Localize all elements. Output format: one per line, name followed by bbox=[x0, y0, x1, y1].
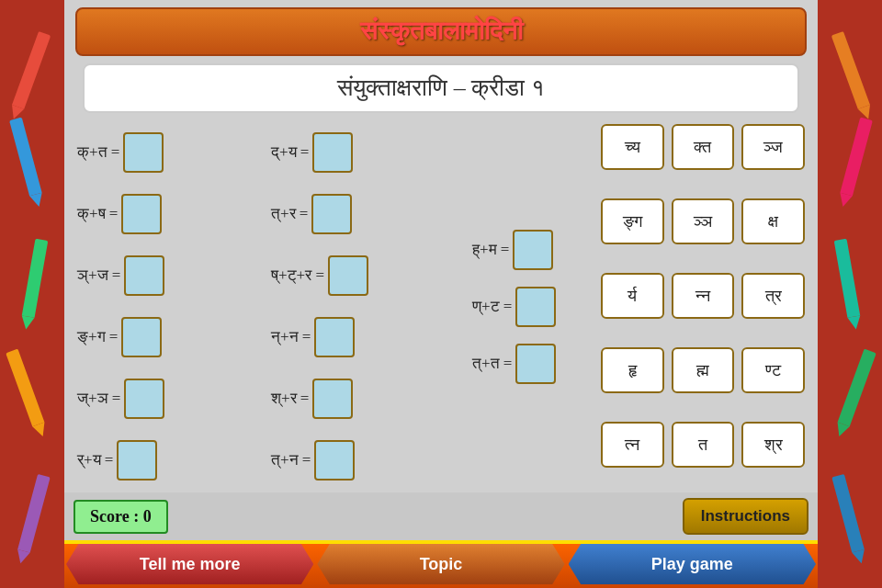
eq-label: ह्+म = bbox=[472, 241, 509, 259]
subtitle-box: संयुक्ताक्षराणि – क्रीडा १ bbox=[83, 63, 799, 113]
eq-label: ष्+ट्+र = bbox=[271, 266, 324, 285]
answer-box[interactable] bbox=[123, 132, 164, 173]
equation-item: ज्+ञ = bbox=[77, 369, 262, 427]
play-game-button[interactable]: Play game bbox=[569, 544, 816, 584]
equation-item: ङ्+ग = bbox=[77, 308, 262, 366]
answer-box[interactable] bbox=[513, 230, 553, 270]
eq-label: ण्+ट = bbox=[472, 298, 512, 316]
equation-item: ह्+म = bbox=[472, 230, 584, 270]
choice-button[interactable]: त्न bbox=[601, 422, 664, 468]
equation-item: र्+य = bbox=[77, 431, 262, 489]
choice-button[interactable]: ह्म bbox=[672, 347, 735, 393]
eq-label: क्+त = bbox=[77, 143, 119, 162]
choice-button[interactable]: हृ bbox=[601, 347, 664, 393]
choice-button[interactable]: र्य bbox=[601, 273, 664, 319]
eq-label: न्+न = bbox=[271, 328, 311, 346]
choice-button[interactable]: न्न bbox=[672, 273, 735, 319]
eq-label: त्+न = bbox=[271, 451, 311, 469]
choice-button[interactable]: ञ्ज bbox=[741, 124, 805, 170]
eq-label: ज्+ञ = bbox=[77, 390, 120, 408]
middle-equation-panel: ह्+म = ण्+ट = त्+त = bbox=[469, 120, 588, 492]
choice-panel: च्य क्त ञ्ज ङ्ग ञ्ञ क्ष र्य न्न त्र हृ ह… bbox=[597, 120, 808, 492]
answer-box[interactable] bbox=[312, 132, 353, 173]
answer-box[interactable] bbox=[314, 440, 355, 481]
answer-box[interactable] bbox=[121, 317, 162, 357]
choice-button[interactable]: क्ष bbox=[741, 198, 805, 244]
answer-box[interactable] bbox=[311, 194, 352, 234]
top-banner: संस्कृतबालामोदिनी bbox=[75, 7, 807, 56]
equation-item: श्+र = bbox=[271, 369, 456, 427]
equation-item: ष्+ट्+र = bbox=[271, 247, 456, 305]
equation-item: ञ्+ज = bbox=[77, 247, 262, 305]
footer-nav: Tell me more Topic Play game bbox=[64, 540, 818, 588]
right-pencil-border bbox=[818, 0, 882, 588]
equation-item: ण्+ट = bbox=[472, 287, 584, 327]
left-pencil-border bbox=[0, 0, 64, 588]
score-display: Score : 0 bbox=[74, 500, 168, 534]
tell-more-button[interactable]: Tell me more bbox=[66, 544, 313, 584]
choice-button[interactable]: ञ्ञ bbox=[672, 198, 735, 244]
equation-item: न्+न = bbox=[271, 308, 456, 366]
app-title: संस्कृतबालामोदिनी bbox=[360, 17, 523, 45]
equation-item: क्+त = bbox=[77, 124, 262, 182]
eq-label: द्+य = bbox=[271, 143, 309, 162]
answer-box[interactable] bbox=[515, 287, 556, 327]
topic-button[interactable]: Topic bbox=[317, 544, 564, 584]
equation-item: क्+ष = bbox=[77, 186, 262, 243]
game-content: क्+त = द्+य = क्+ष = त्+र = ञ्+ज = ष्+ट्… bbox=[64, 120, 818, 492]
eq-label: र्+य = bbox=[77, 451, 113, 469]
choice-button[interactable]: क्त bbox=[672, 124, 735, 170]
answer-box[interactable] bbox=[117, 440, 157, 481]
bottom-bar: Score : 0 Instructions bbox=[64, 492, 818, 540]
left-equation-panel: क्+त = द्+य = क्+ष = त्+र = ञ्+ज = ष्+ट्… bbox=[74, 120, 459, 492]
eq-label: ङ्+ग = bbox=[77, 328, 118, 346]
equation-item: द्+य = bbox=[271, 124, 456, 182]
choice-button[interactable]: ङ्ग bbox=[601, 198, 664, 244]
choice-button[interactable]: ण्ट bbox=[741, 347, 805, 393]
choice-button[interactable]: त्र bbox=[741, 273, 805, 319]
eq-label: श्+र = bbox=[271, 390, 309, 408]
eq-label: ञ्+ज = bbox=[77, 266, 120, 285]
equation-item: त्+र = bbox=[271, 186, 456, 243]
subtitle-text: संयुक्ताक्षराणि – क्रीडा १ bbox=[337, 74, 545, 101]
choice-button[interactable]: त bbox=[672, 422, 735, 468]
instructions-button[interactable]: Instructions bbox=[683, 498, 808, 535]
choice-button[interactable]: च्य bbox=[601, 124, 664, 170]
answer-box[interactable] bbox=[328, 255, 368, 296]
answer-box[interactable] bbox=[515, 344, 556, 384]
eq-label: त्+त = bbox=[472, 355, 512, 373]
answer-box[interactable] bbox=[124, 379, 164, 419]
answer-box[interactable] bbox=[314, 317, 355, 357]
eq-label: क्+ष = bbox=[77, 205, 118, 223]
eq-label: त्+र = bbox=[271, 205, 308, 223]
answer-box[interactable] bbox=[312, 379, 353, 419]
answer-box[interactable] bbox=[124, 255, 164, 296]
equation-item: त्+न = bbox=[271, 431, 456, 489]
main-area: संस्कृतबालामोदिनी संयुक्ताक्षराणि – क्री… bbox=[64, 0, 818, 588]
answer-box[interactable] bbox=[121, 194, 162, 234]
equation-item: त्+त = bbox=[472, 344, 584, 384]
choice-button[interactable]: श्र bbox=[741, 422, 805, 468]
